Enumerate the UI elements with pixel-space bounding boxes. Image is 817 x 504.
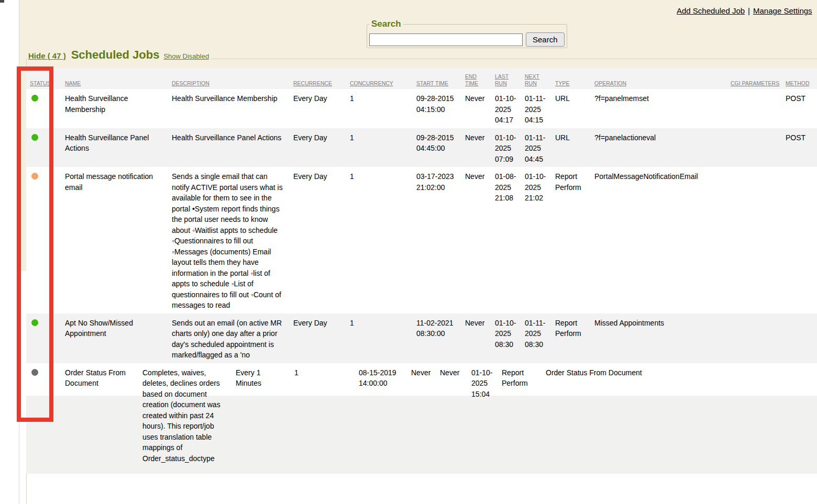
page-title: Scheduled Jobs <box>71 48 160 62</box>
cell-operation: Order Status From Document <box>546 363 817 474</box>
cell-start-time: 03-17-2023 21:02:00 <box>416 167 465 313</box>
cell-end-time: Never <box>465 313 495 363</box>
sort-cgi-parameters-link[interactable]: CGI PARAMETERS <box>731 80 779 86</box>
link-separator: | <box>748 6 750 15</box>
cell-recurrence: Every Day <box>293 167 350 313</box>
search-button[interactable]: Search <box>526 32 565 47</box>
show-disabled-link[interactable]: Show Disabled <box>163 52 209 60</box>
cell-cgi-parameters <box>731 313 786 363</box>
sort-end-time-link[interactable]: END TIME <box>465 73 478 86</box>
cell-last-run: Never <box>440 363 471 474</box>
add-scheduled-job-link[interactable]: Add Scheduled Job <box>677 6 745 15</box>
column-header-next-run: NEXT RUN <box>525 73 555 89</box>
cell-concurrency: 1 <box>350 128 416 167</box>
cell-next-run: 01-11-2025 04:15 <box>525 89 555 128</box>
cell-description: Completes, waives, deletes, declines ord… <box>142 363 236 474</box>
cell-operation: Missed Appointments <box>594 313 731 363</box>
cell-next-run: 01-11-2025 08:30 <box>525 313 555 363</box>
cell-concurrency: 1 <box>350 167 416 313</box>
search-panel: Search Search <box>367 19 567 48</box>
cell-cgi-parameters <box>731 128 786 167</box>
sort-status-link[interactable]: STATUS <box>30 80 51 86</box>
cell-start-time: 11-02-2021 08:30:00 <box>416 313 465 363</box>
sort-last-run-link[interactable]: LAST RUN <box>495 73 509 86</box>
cell-start-time: 08-15-2019 14:00:00 <box>359 363 411 474</box>
panel-border-top <box>211 59 817 59</box>
cell-concurrency: 1 <box>294 363 359 474</box>
scheduled-jobs-table: STATUS NAME DESCRIPTION RECURRENCE CONCU… <box>26 68 817 474</box>
status-dot-orange <box>31 173 38 180</box>
cell-name: Health Surveillance Panel Actions <box>65 128 172 167</box>
cell-name: Order Status From Document <box>65 363 142 474</box>
cell-last-run: 01-10-2025 08:30 <box>495 313 525 363</box>
sort-recurrence-link[interactable]: RECURRENCE <box>293 80 332 86</box>
cell-status <box>26 313 65 363</box>
scheduled-jobs-page: Add Scheduled Job|Manage Settings Search… <box>0 0 817 504</box>
manage-settings-link[interactable]: Manage Settings <box>753 6 812 15</box>
table-row: Order Status From DocumentCompletes, wai… <box>26 363 817 474</box>
column-header-recurrence: RECURRENCE <box>293 80 350 89</box>
cell-next-run: 01-11-2025 04:45 <box>525 128 555 167</box>
cell-concurrency: 1 <box>350 89 416 128</box>
column-header-last-run: LAST RUN <box>495 73 525 89</box>
column-header-method: METHOD <box>786 80 817 89</box>
cell-status <box>26 128 65 167</box>
table-row: Health Surveillance Panel ActionsHealth … <box>26 128 817 167</box>
column-header-end-time: END TIME <box>465 73 495 89</box>
cell-end-time: Never <box>465 89 495 128</box>
cell-name: Health Surveillance Membership <box>65 89 172 128</box>
cell-end-time: Never <box>465 128 495 167</box>
cell-status <box>26 167 65 313</box>
sort-method-link[interactable]: METHOD <box>786 80 810 86</box>
cell-next-run: 01-10-2025 21:02 <box>525 167 555 313</box>
cell-description: Health Surveillance Membership <box>172 89 293 128</box>
scrollbar-thumb[interactable] <box>0 0 4 3</box>
sort-start-time-link[interactable]: START TIME <box>416 80 448 86</box>
cell-name: Portal message notification email <box>65 167 172 313</box>
cell-start-time: 09-28-2015 04:15:00 <box>416 89 465 128</box>
cell-recurrence: Every Day <box>293 89 350 128</box>
sort-next-run-link[interactable]: NEXT RUN <box>525 73 539 86</box>
jobs-panel-legend: Hide ( 47 ) Scheduled Jobs Show Disabled <box>28 48 209 62</box>
cell-cgi-parameters <box>731 89 786 128</box>
cell-last-run: 01-08-2025 21:08 <box>495 167 525 313</box>
column-header-status: STATUS <box>26 80 65 89</box>
column-header-start-time: START TIME <box>416 80 465 89</box>
cell-method <box>786 167 817 313</box>
table-header-row: STATUS NAME DESCRIPTION RECURRENCE CONCU… <box>26 68 817 89</box>
cell-type: URL <box>555 89 594 128</box>
sort-operation-link[interactable]: OPERATION <box>594 80 626 86</box>
column-header-name: NAME <box>65 80 172 89</box>
sort-name-link[interactable]: NAME <box>65 80 81 86</box>
cell-type: Report Perform <box>555 313 594 363</box>
cell-description: Sends a single email that can notify ACT… <box>172 167 293 313</box>
cell-recurrence: Every Day <box>293 128 350 167</box>
cell-status <box>26 363 65 474</box>
sort-description-link[interactable]: DESCRIPTION <box>172 80 209 86</box>
sort-concurrency-link[interactable]: CONCURRENCY <box>350 80 393 86</box>
hide-count-link[interactable]: Hide ( 47 ) <box>28 51 66 60</box>
cell-operation: PortalMessageNotificationEmail <box>594 167 731 313</box>
cell-last-run: 01-10-2025 07:09 <box>495 128 525 167</box>
page-left-band <box>19 68 26 271</box>
status-dot-green <box>31 134 38 141</box>
status-dot-green <box>31 95 38 102</box>
cell-cgi-parameters <box>731 167 786 313</box>
cell-last-run: 01-10-2025 04:17 <box>495 89 525 128</box>
cell-end-time: Never <box>465 167 495 313</box>
cell-method <box>786 313 817 363</box>
search-input[interactable] <box>369 33 523 46</box>
column-header-cgi-parameters: CGI PARAMETERS <box>731 80 786 89</box>
table-row: Portal message notification emailSends a… <box>26 167 817 313</box>
sort-type-link[interactable]: TYPE <box>555 80 569 86</box>
table-row: Health Surveillance MembershipHealth Sur… <box>26 89 817 128</box>
top-links: Add Scheduled Job|Manage Settings <box>677 6 812 15</box>
column-header-concurrency: CONCURRENCY <box>350 80 416 89</box>
cell-concurrency: 1 <box>350 313 416 363</box>
cell-recurrence: Every Day <box>293 313 350 363</box>
search-legend: Search <box>369 19 403 29</box>
cell-type: URL <box>555 128 594 167</box>
cell-start-time: 09-28-2015 04:45:00 <box>416 128 465 167</box>
table-body: Health Surveillance MembershipHealth Sur… <box>26 89 817 474</box>
column-header-operation: OPERATION <box>594 80 731 89</box>
